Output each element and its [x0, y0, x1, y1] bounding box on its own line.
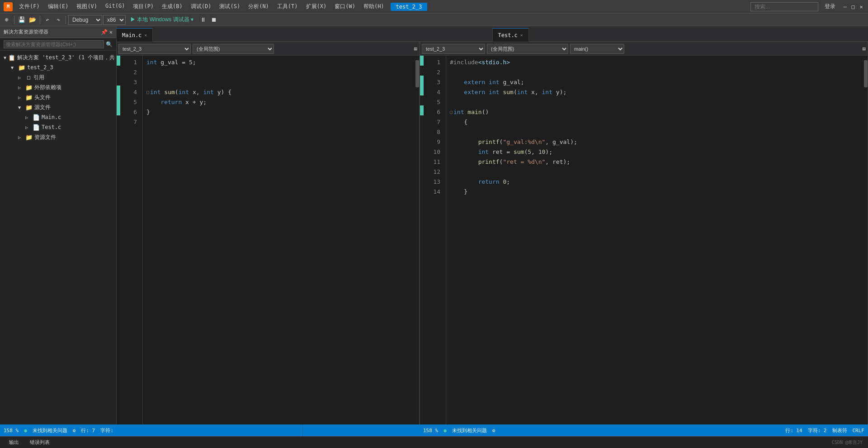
left-scope-select1[interactable]: test_2_3: [118, 44, 191, 54]
toolbar-save[interactable]: 💾: [17, 15, 27, 25]
tree-item[interactable]: ▷📁外部依赖项: [0, 82, 116, 92]
right-settings-icon[interactable]: ⚙: [492, 428, 495, 434]
toolbar-new[interactable]: ⊕: [2, 15, 12, 25]
code-line[interactable]: [146, 117, 410, 127]
left-code-area[interactable]: int g_val = 5; □int sum(int x, int y) { …: [143, 56, 414, 424]
menu-item[interactable]: 窗口(W): [331, 2, 359, 11]
code-line[interactable]: printf("ret = %d\n", ret);: [450, 157, 859, 167]
sidebar-close[interactable]: ✕: [109, 29, 113, 35]
right-scope-select1[interactable]: test_2_3: [422, 44, 485, 54]
code-line[interactable]: [146, 77, 410, 87]
code-line[interactable]: int ret = sum(5, 10);: [450, 147, 859, 157]
right-scrollbar[interactable]: [862, 56, 868, 424]
code-line[interactable]: }: [146, 107, 410, 117]
left-scope-select2[interactable]: (全局范围): [193, 44, 274, 54]
minimize-btn[interactable]: —: [842, 4, 848, 10]
code-line[interactable]: {: [450, 117, 859, 127]
menu-item[interactable]: 生成(B): [158, 2, 186, 11]
left-editor-content[interactable]: 1234567 int g_val = 5; □int sum(int x, i…: [117, 56, 419, 424]
tree-icon: 📁: [25, 104, 33, 111]
menu-item[interactable]: 扩展(X): [302, 2, 330, 11]
menu-item[interactable]: 测试(S): [216, 2, 244, 11]
menu-item[interactable]: 视图(V): [73, 2, 101, 11]
right-editor-content[interactable]: 1234567891011121314 #include<stdio.h> ex…: [420, 56, 868, 424]
code-line[interactable]: extern int g_val;: [450, 77, 859, 87]
close-btn[interactable]: ✕: [858, 4, 864, 10]
error-list-tab[interactable]: 错误列表: [26, 438, 53, 447]
code-line[interactable]: #include<stdio.h>: [450, 57, 859, 67]
platform-dropdown[interactable]: x86 x64: [103, 15, 126, 25]
code-line[interactable]: return 0;: [450, 177, 859, 187]
toolbar-pause[interactable]: ⏸: [198, 15, 208, 25]
code-line[interactable]: [450, 67, 859, 77]
tree-arrow: ▷: [25, 125, 31, 130]
sidebar-search-input[interactable]: [4, 40, 104, 48]
code-line[interactable]: [450, 167, 859, 177]
right-status-text: 未找到相关问题: [452, 427, 487, 434]
right-scope-select2[interactable]: (全局范围): [487, 44, 568, 54]
tree-item[interactable]: ▷📁资源文件: [0, 132, 116, 142]
code-line[interactable]: extern int sum(int x, int y);: [450, 87, 859, 97]
menu-item[interactable]: 编辑(E): [44, 2, 72, 11]
right-scope-select3[interactable]: main(): [570, 44, 624, 54]
code-line[interactable]: [450, 127, 859, 137]
tree-item[interactable]: ▷📄Main.c: [0, 112, 116, 122]
left-settings-icon[interactable]: ⚙: [73, 428, 76, 434]
tree-arrow: ▷: [18, 95, 24, 100]
tree-item[interactable]: ▼📁test_2_3: [0, 62, 116, 72]
gutter-bar: [117, 115, 120, 125]
code-line[interactable]: printf("g_val:%d\n", g_val);: [450, 137, 859, 147]
toolbar-undo[interactable]: ↶: [42, 15, 52, 25]
line-number: 11: [424, 157, 444, 167]
left-scroll-thumb[interactable]: [415, 60, 419, 87]
maximize-btn[interactable]: □: [850, 4, 856, 10]
toolbar-stop[interactable]: ⏹: [209, 15, 219, 25]
menu-item[interactable]: 分析(N): [245, 2, 273, 11]
menu-item[interactable]: Git(G): [102, 2, 128, 11]
code-line[interactable]: return x + y;: [146, 97, 410, 107]
tab-test-c[interactable]: Test.c ✕: [492, 28, 529, 42]
menu-item[interactable]: 项目(P): [129, 2, 157, 11]
menu-item[interactable]: 工具(T): [274, 2, 302, 11]
tab-main-c[interactable]: Main.c ✕: [117, 28, 153, 42]
code-line[interactable]: [450, 97, 859, 107]
tab-test-c-close[interactable]: ✕: [520, 33, 523, 38]
config-dropdown[interactable]: Debug Release: [68, 15, 102, 25]
output-tab[interactable]: 输出: [5, 438, 23, 447]
code-line[interactable]: }: [450, 187, 859, 197]
editor-pane-left: test_2_3 (全局范围) ⊞ 1234567 int g_val = 5;…: [117, 42, 420, 424]
right-expand-btn[interactable]: ⊞: [863, 46, 866, 52]
right-code-area[interactable]: #include<stdio.h> extern int g_val; exte…: [446, 56, 862, 424]
toolbar-open[interactable]: 📂: [28, 15, 38, 25]
run-button[interactable]: ▶ 本地 Windows 调试器 ▾: [127, 15, 197, 24]
toolbar-redo[interactable]: ↷: [53, 15, 63, 25]
search-input[interactable]: [750, 2, 818, 11]
gutter-bar: [117, 66, 120, 76]
tree-item[interactable]: ▼📁源文件: [0, 102, 116, 112]
menu-item[interactable]: 帮助(H): [360, 2, 388, 11]
tree-item[interactable]: ▼📋解决方案 'test_2_3' (1 个项目，共 1 个): [0, 52, 116, 62]
menu-item[interactable]: 文件(F): [15, 2, 43, 11]
code-line[interactable]: int g_val = 5;: [146, 57, 410, 67]
line-number: 3: [424, 77, 444, 87]
search-icon[interactable]: 🔍: [106, 41, 113, 48]
tree-icon: 📄: [33, 124, 40, 131]
tree-item[interactable]: ▷□ 引用: [0, 72, 116, 82]
tree-icon: 📁: [25, 84, 33, 91]
code-line[interactable]: □int sum(int x, int y) {: [146, 87, 410, 97]
left-expand-btn[interactable]: ⊞: [414, 46, 417, 52]
code-line[interactable]: [146, 67, 410, 77]
editor-area: Main.c ✕ Test.c ✕ test_2_3 (: [117, 26, 868, 424]
tab-main-c-close[interactable]: ✕: [144, 33, 147, 38]
tree-item[interactable]: ▷📁头文件: [0, 92, 116, 102]
app-logo: M: [4, 2, 13, 11]
left-scrollbar[interactable]: [414, 56, 419, 424]
sidebar-pin[interactable]: 📌: [101, 29, 108, 35]
tree-item[interactable]: ▷📄Test.c: [0, 122, 116, 132]
menu-item[interactable]: 调试(D): [187, 2, 215, 11]
login-label[interactable]: 登录: [825, 3, 835, 10]
code-line[interactable]: □int main(): [450, 107, 859, 117]
tree-arrow: ▼: [18, 105, 24, 110]
right-scroll-thumb[interactable]: [864, 60, 868, 87]
tree-icon: 📁: [25, 94, 33, 101]
